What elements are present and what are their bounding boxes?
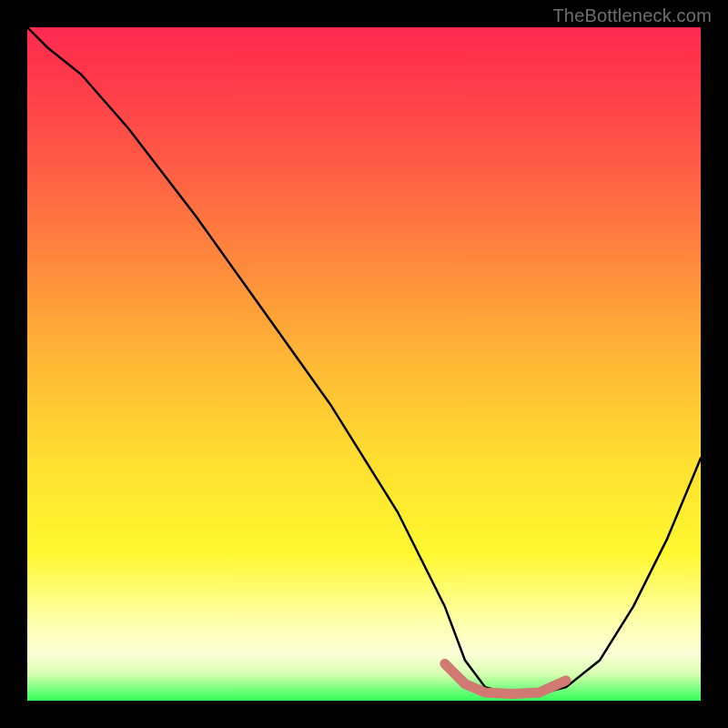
chart-plot-area [27,27,701,701]
optimal-range-highlight-path [445,663,566,693]
bottleneck-curve-path [27,27,701,694]
watermark-text: TheBottleneck.com [552,5,712,26]
chart-svg [27,27,701,701]
